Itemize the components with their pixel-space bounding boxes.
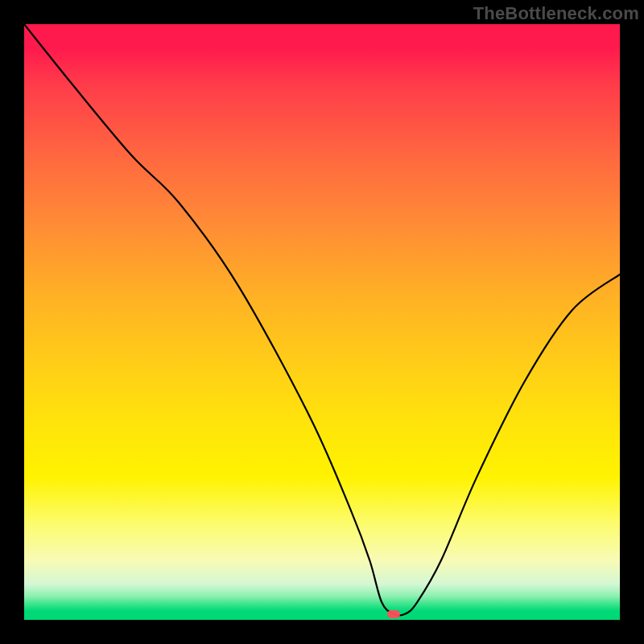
chart-frame: TheBottleneck.com — [0, 0, 644, 644]
plot-area — [24, 24, 620, 620]
watermark-text: TheBottleneck.com — [473, 3, 639, 24]
optimal-point-marker — [387, 610, 400, 618]
bottleneck-curve — [24, 24, 620, 620]
